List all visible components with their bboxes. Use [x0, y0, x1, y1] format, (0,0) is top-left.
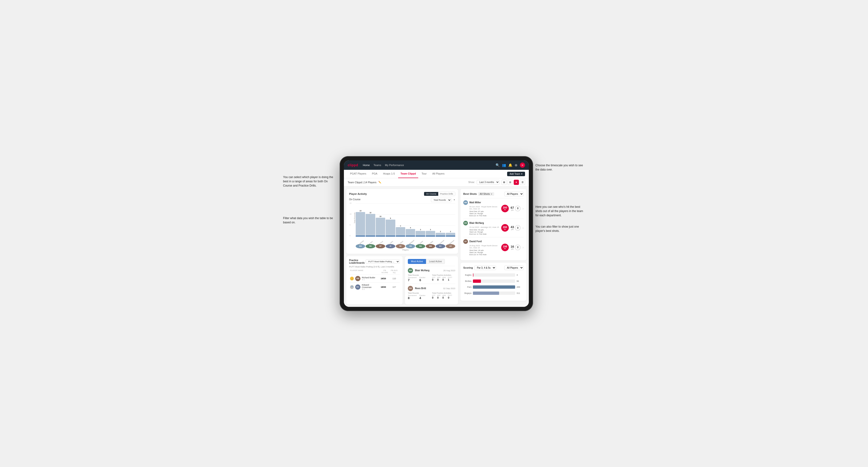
most-active-tab[interactable]: Most Active — [408, 259, 426, 264]
shot-item-0[interactable]: MM Matt Miller 09 Jun 2023 · Royal North… — [463, 198, 524, 219]
view-heart-btn[interactable]: ♥ — [514, 180, 519, 185]
toggle-buttons: On Course Practice Drills — [424, 192, 455, 196]
app-col-0: APP 0 — [437, 277, 441, 281]
shot-meta-2: 24 Aug 2023 · Royal North Devon GC, Hole… — [463, 245, 499, 249]
chevron-right-1: › — [522, 226, 524, 230]
rounds-section-1: Total Rounds Tournament 8 — [408, 292, 431, 300]
filter-select[interactable]: Total Rounds — [431, 198, 452, 202]
right-column: Best Shots All Shots ▼ All Players — [460, 189, 526, 305]
lb-rank-1: 🥈 — [350, 285, 354, 289]
shot-details-2: Shot Dist: 16 yds Start Lie: Rough End L… — [463, 249, 499, 256]
bar-group-1: 12 — [366, 212, 375, 237]
tab-pgat-players[interactable]: PGAT Players — [348, 169, 369, 178]
activity-player-header-1: RB Rees Britt 02 Sep 2023 — [408, 286, 455, 291]
bar-group-6: 3 — [415, 229, 425, 237]
lb-row-1[interactable]: 🥈 EC Edward Crossman ② 2 18/20 107 — [349, 282, 400, 291]
tab-tour[interactable]: Tour — [419, 169, 429, 178]
show-select[interactable]: Last 3 months — [477, 180, 500, 184]
tablet-frame: clippd Home Teams My Performance 🔍 👥 🔔 ⊕… — [340, 156, 533, 311]
x-axis-label: Players — [349, 249, 455, 251]
shot-meta-1: 23 Jul 2023 · Ashridge GC, Hole 15 — [463, 226, 499, 228]
scoring-chart: Eagles 3 Birdies — [463, 272, 524, 298]
nav-links: Home Teams My Performance — [363, 164, 491, 166]
nav-link-teams[interactable]: Teams — [374, 164, 381, 166]
activity-stats-0: Total Rounds Tournament 7 — [408, 274, 455, 282]
birdies-bar — [473, 280, 481, 283]
leaderboard-filter[interactable]: PUTT Must Make Putting ... — [366, 259, 400, 264]
sub-nav: PGAT Players PGA Hcaps 1-5 Team Clippd T… — [344, 170, 529, 178]
users-icon[interactable]: 👥 — [502, 163, 506, 167]
all-players-filter[interactable]: All Players — [504, 192, 524, 196]
bar-0 — [356, 212, 365, 237]
bogeys-count: 311 — [517, 292, 524, 294]
bar-group-5: 4 — [406, 227, 415, 237]
best-shots-card: Best Shots All Shots ▼ All Players — [460, 189, 526, 260]
player-avatar-4[interactable]: EE — [396, 244, 405, 248]
tab-team-clippd[interactable]: Team Clippd — [398, 169, 418, 178]
user-avatar[interactable]: U — [520, 162, 525, 168]
tab-all-players[interactable]: All Players — [430, 169, 447, 178]
view-grid-btn[interactable]: ⊟ — [507, 180, 513, 185]
activity-player-0: BM Blair McHarg 26 Aug 2023 Total Rounds — [408, 266, 455, 284]
annotation-top-left: You can select which player is doing the… — [283, 175, 337, 188]
activity-avatar-1: RB — [408, 286, 413, 291]
all-shots-tab[interactable]: All Shots ▼ — [478, 192, 494, 196]
player-names-row: B. McHarg R. Britt D. Ford J. Coles E. E… — [349, 241, 455, 244]
lb-avatar-1: EC — [355, 284, 361, 290]
on-course-toggle[interactable]: On Course — [424, 192, 438, 196]
bar-group-2: 10 — [376, 216, 385, 237]
scoring-filter[interactable]: Par 3, 4 & 5s — [474, 266, 496, 270]
shot-dist-badges-2: 16 yds 0 — [511, 245, 521, 250]
shot-badge-0: 200 SG — [501, 205, 509, 212]
nav-logo: clippd — [348, 163, 358, 167]
shot-item-1[interactable]: BM Blair McHarg 23 Jul 2023 · Ashridge G… — [463, 219, 524, 237]
bell-icon[interactable]: 🔔 — [508, 163, 512, 167]
scoring-player-filter[interactable]: All Players — [504, 266, 524, 270]
pars-count: 499 — [517, 286, 524, 288]
putt-col-1: PUTT 0 — [448, 294, 452, 299]
bar-group-7: 3 — [426, 229, 435, 237]
bar-group-9: 2 — [446, 231, 455, 237]
circle-plus-icon[interactable]: ⊕ — [515, 163, 518, 167]
grid-line-15: 15 — [356, 204, 455, 204]
player-avatar-9[interactable]: LR — [446, 244, 455, 248]
player-avatar-2[interactable]: DF — [376, 244, 385, 248]
app-col-1: APP 0 — [437, 294, 441, 299]
add-team-button[interactable]: Add Team ✦ — [507, 172, 525, 176]
activity-tabs: Most Active Least Active — [408, 259, 455, 264]
bar-2 — [376, 218, 385, 237]
lb-name-0: Richard Butler ① 1 — [362, 276, 377, 281]
birdies-label: Birdies — [463, 280, 471, 282]
shot-avatar-0: MM — [463, 200, 468, 205]
birdies-count: 96 — [517, 280, 524, 282]
annotation-bottom-right-bottom: You can also filter to show just one pla… — [535, 224, 585, 233]
edit-icon[interactable]: ✏️ — [378, 181, 381, 184]
search-icon[interactable]: 🔍 — [496, 163, 500, 167]
dist-zero-2: 0 — [515, 245, 521, 250]
tab-pga[interactable]: PGA — [370, 169, 380, 178]
shot-item-2[interactable]: DF David Ford 24 Aug 2023 · Royal North … — [463, 237, 524, 257]
lb-score-0: 19/20 — [379, 277, 388, 280]
nav-link-my-performance[interactable]: My Performance — [385, 164, 404, 166]
shot-player-name-2: David Ford — [469, 240, 482, 243]
shot-player-row-1: BM Blair McHarg — [463, 221, 499, 225]
score-row-birdies: Birdies 96 — [463, 280, 524, 283]
lb-avg-0: 110 — [390, 277, 399, 280]
bar-3 — [385, 220, 395, 237]
tab-hcaps[interactable]: Hcaps 1-5 — [381, 169, 397, 178]
activity-name-0: Blair McHarg — [415, 269, 441, 272]
arg-col-0: ARG 0 — [442, 277, 446, 281]
team-bar-right: Show: Last 3 months ⊞ ⊟ ♥ ☰ — [468, 180, 525, 185]
view-list-btn[interactable]: ☰ — [520, 180, 525, 185]
least-active-tab[interactable]: Least Active — [426, 259, 445, 264]
dist-badge-2: 16 yds — [511, 245, 514, 250]
practice-drills-toggle[interactable]: Practice Drills — [438, 192, 455, 196]
lb-avatar-0: RB — [355, 276, 361, 281]
section-label: On Course — [349, 198, 361, 201]
nav-link-home[interactable]: Home — [363, 164, 370, 166]
view-grid4-btn[interactable]: ⊞ — [501, 180, 507, 185]
bottom-left: Practice Leaderboards PUTT Must Make Put… — [346, 256, 458, 305]
lb-score-1: 18/20 — [379, 286, 388, 288]
activity-stats-1: Total Rounds Tournament 8 — [408, 292, 455, 300]
lb-row-0[interactable]: 🏆 RB Richard Butler ① 1 19/20 110 — [349, 275, 400, 282]
